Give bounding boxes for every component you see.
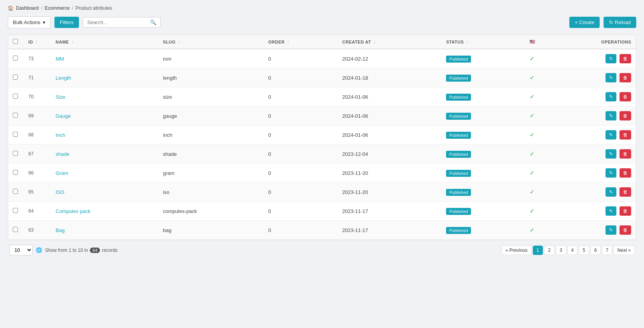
slug-sort-icon[interactable]: ↕ <box>178 40 180 44</box>
delete-button[interactable]: 🗑 <box>620 130 631 140</box>
page-5-button[interactable]: 5 <box>579 246 589 255</box>
row-slug: shade <box>158 145 264 164</box>
name-sort-icon[interactable]: ↕ <box>72 40 74 44</box>
slug-column-header: SLUG ↕ <box>158 35 264 49</box>
delete-button[interactable]: 🗑 <box>620 225 631 235</box>
delete-button[interactable]: 🗑 <box>620 187 631 197</box>
globe-icon: 🌐 <box>36 247 42 253</box>
row-checkbox-cell <box>8 221 24 240</box>
page-7-button[interactable]: 7 <box>602 246 612 255</box>
edit-button[interactable]: ✎ <box>606 54 616 63</box>
delete-button[interactable]: 🗑 <box>620 206 631 216</box>
records-info: Show from 1 to 10 in 64 records <box>45 248 117 253</box>
page-6-button[interactable]: 6 <box>590 246 601 255</box>
previous-page-button[interactable]: « Previous <box>502 246 532 255</box>
per-page-select[interactable]: 10 25 50 100 <box>9 245 33 255</box>
breadcrumb-ecommerce[interactable]: Ecommerce <box>45 5 70 11</box>
page-2-button[interactable]: 2 <box>544 246 555 255</box>
page-1-button[interactable]: 1 <box>533 246 543 255</box>
delete-button[interactable]: 🗑 <box>620 54 631 63</box>
row-status: Published <box>441 87 525 106</box>
home-icon: 🏠 <box>8 5 14 11</box>
status-badge: Published <box>446 56 471 63</box>
row-checkbox-3[interactable] <box>13 113 18 118</box>
row-checkbox-7[interactable] <box>13 189 18 194</box>
row-checkbox-5[interactable] <box>13 151 18 156</box>
row-checkbox-2[interactable] <box>13 94 18 99</box>
row-name: Length <box>51 68 158 87</box>
edit-button[interactable]: ✎ <box>606 168 616 178</box>
row-id: 69 <box>24 106 51 126</box>
order-sort-icon[interactable]: ↕ <box>287 40 290 44</box>
row-order: 0 <box>264 68 338 87</box>
row-name-link[interactable]: Gauge <box>56 113 71 119</box>
created-sort-icon[interactable]: ↕ <box>373 40 376 44</box>
row-checkbox-0[interactable] <box>13 56 18 61</box>
row-name-link[interactable]: Size <box>56 94 65 100</box>
page-4-button[interactable]: 4 <box>567 246 578 255</box>
delete-button[interactable]: 🗑 <box>620 168 631 178</box>
row-name-link[interactable]: MM <box>56 56 64 62</box>
filters-button[interactable]: Filters <box>54 17 79 28</box>
row-checkbox-1[interactable] <box>13 75 18 80</box>
row-name-link[interactable]: ISO <box>56 189 64 195</box>
row-operations: ✎ 🗑 <box>541 106 636 126</box>
edit-button[interactable]: ✎ <box>606 206 616 216</box>
row-id: 71 <box>24 68 51 87</box>
select-all-checkbox[interactable] <box>13 39 18 44</box>
status-badge: Published <box>446 189 471 196</box>
id-sort-icon[interactable]: ↕ <box>36 40 38 44</box>
table-row: 66 Gram gram 0 2023-11-20 Published ✓ ✎ … <box>8 164 636 183</box>
search-input[interactable] <box>87 19 148 25</box>
bulk-actions-button[interactable]: Bulk Actions ▾ <box>8 16 51 28</box>
table-row: 71 Length length 0 2024-01-18 Published … <box>8 68 636 87</box>
edit-button[interactable]: ✎ <box>606 111 616 120</box>
edit-button[interactable]: ✎ <box>606 73 616 82</box>
delete-button[interactable]: 🗑 <box>620 149 631 159</box>
row-slug: gauge <box>158 106 264 126</box>
name-column-header: NAME ↕ <box>51 35 158 49</box>
row-created-at: 2023-12-04 <box>338 145 441 164</box>
row-name-link[interactable]: Gram <box>56 170 68 176</box>
delete-button[interactable]: 🗑 <box>620 73 631 82</box>
row-name: Gauge <box>51 106 158 126</box>
order-column-header: ORDER ↕ <box>264 35 338 49</box>
row-name-link[interactable]: shade <box>56 151 69 157</box>
delete-button[interactable]: 🗑 <box>620 92 631 101</box>
page-3-button[interactable]: 3 <box>556 246 566 255</box>
check-mark-icon: ✓ <box>530 170 534 176</box>
row-checkbox-4[interactable] <box>13 132 18 137</box>
breadcrumb-home[interactable]: Dashboard <box>16 5 39 11</box>
id-column-header: ID ↕ <box>24 35 51 49</box>
row-id: 63 <box>24 221 51 240</box>
status-sort-icon[interactable]: ↕ <box>466 40 469 44</box>
next-page-button[interactable]: Next » <box>613 246 635 255</box>
row-flag: ✓ <box>525 202 541 221</box>
edit-button[interactable]: ✎ <box>606 130 616 140</box>
row-checkbox-6[interactable] <box>13 170 18 175</box>
footer-bar: 10 25 50 100 🌐 Show from 1 to 10 in 64 r… <box>8 240 636 260</box>
row-name-link[interactable]: Bag <box>56 227 65 233</box>
row-status: Published <box>441 164 525 183</box>
row-flag: ✓ <box>525 126 541 145</box>
search-icon: 🔍 <box>150 19 156 25</box>
row-checkbox-9[interactable] <box>13 227 18 232</box>
edit-button[interactable]: ✎ <box>606 225 616 235</box>
row-name-link[interactable]: Inch <box>56 132 65 138</box>
delete-button[interactable]: 🗑 <box>620 111 631 120</box>
row-name-link[interactable]: Length <box>56 75 71 81</box>
edit-button[interactable]: ✎ <box>606 187 616 197</box>
create-button[interactable]: + Create <box>569 17 600 28</box>
row-operations: ✎ 🗑 <box>541 183 636 202</box>
edit-button[interactable]: ✎ <box>606 149 616 159</box>
row-checkbox-cell <box>8 183 24 202</box>
row-slug: gram <box>158 164 264 183</box>
row-checkbox-8[interactable] <box>13 208 18 213</box>
table-row: 65 ISO iso 0 2023-11-20 Published ✓ ✎ 🗑 <box>8 183 636 202</box>
row-name-link[interactable]: Compules pack <box>56 208 91 214</box>
table-row: 69 Gauge gauge 0 2024-01-06 Published ✓ … <box>8 106 636 126</box>
check-mark-icon: ✓ <box>530 227 534 233</box>
edit-button[interactable]: ✎ <box>606 92 616 101</box>
row-created-at: 2024-02-12 <box>338 49 441 68</box>
reload-button[interactable]: ↻ Reload <box>604 17 636 28</box>
